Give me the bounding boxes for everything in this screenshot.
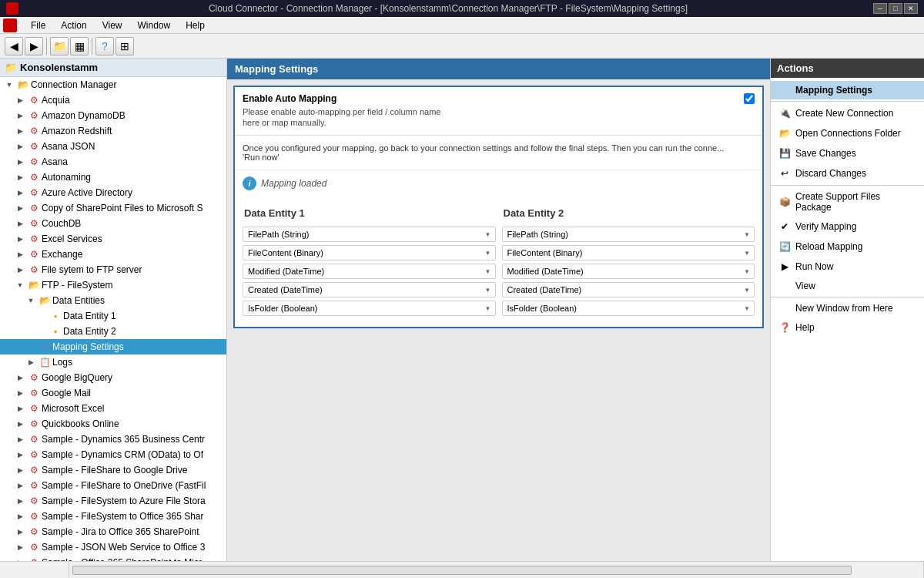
tree-item[interactable]: ▶📋Logs [0, 355, 226, 370]
tree-item[interactable]: ▶⚙CouchDB [0, 216, 226, 231]
left-field-select[interactable]: Modified (DateTime) [243, 264, 496, 279]
tree-item[interactable]: ▶⚙Sample - FileShare to OneDrive (FastFi… [0, 478, 226, 493]
action-item[interactable]: ✔Verify Mapping [771, 217, 924, 237]
expand-icon[interactable]: ▶ [14, 433, 26, 445]
expand-icon[interactable]: ▶ [25, 356, 37, 368]
action-item[interactable]: ❓Help [771, 318, 924, 338]
tree-item[interactable]: ▶⚙Quickbooks Online [0, 416, 226, 432]
tree-item[interactable]: ▶⚙Sample - Jira to Office 365 SharePoint [0, 524, 226, 539]
checkbox-area[interactable] [744, 93, 755, 104]
action-item[interactable]: View [771, 277, 924, 295]
tree-item[interactable]: ▶⚙Sample - FileSystem to Azure File Stor… [0, 493, 226, 509]
forward-button[interactable]: ▶ [25, 37, 43, 55]
tree-item[interactable]: ▶⚙Asana JSON [0, 139, 226, 154]
action-item[interactable]: 🔄Reload Mapping [771, 237, 924, 257]
action-item[interactable]: ↩Discard Changes [771, 163, 924, 183]
expand-icon[interactable]: ▶ [14, 464, 26, 476]
right-field-select[interactable]: FilePath (String) [502, 227, 755, 242]
action-item[interactable]: 📦Create Support Files Package [771, 187, 924, 217]
expand-icon[interactable]: ▼ [25, 294, 37, 307]
tree-item[interactable]: ▶⚙Sample - Dynamics 365 Business Centr [0, 432, 226, 447]
tree-item[interactable]: ▶⚙Sample - Dynamics CRM (OData) to Of [0, 447, 226, 462]
horizontal-scrollbar[interactable] [69, 562, 855, 578]
expand-icon[interactable]: ▶ [14, 140, 26, 153]
expand-icon[interactable]: ▶ [14, 94, 26, 106]
action-item[interactable]: 📂Open Connections Folder [771, 123, 924, 143]
tree-item[interactable]: ▼📂Data Entities [0, 293, 226, 308]
expand-icon[interactable]: ▶ [14, 187, 26, 199]
action-item[interactable]: 💾Save Changes [771, 143, 924, 163]
action-item[interactable]: ▶Run Now [771, 257, 924, 277]
expand-icon[interactable]: ▼ [14, 279, 26, 291]
expand-icon[interactable]: ▶ [14, 541, 26, 553]
tree-container[interactable]: ▼📂Connection Manager▶⚙Acquia▶⚙Amazon Dyn… [0, 77, 226, 561]
right-field-select[interactable]: FileContent (Binary) [502, 245, 755, 260]
tree-item[interactable]: ▼📂FTP - FileSystem [0, 277, 226, 293]
expand-icon[interactable]: ▶ [14, 125, 26, 137]
expand-icon[interactable]: ▶ [14, 371, 26, 384]
expand-icon[interactable] [35, 310, 48, 322]
expand-icon[interactable]: ▶ [14, 418, 26, 430]
tree-item[interactable]: ▶⚙Sample - FileShare to Google Drive [0, 462, 226, 478]
left-field-select[interactable]: FilePath (String) [243, 227, 496, 242]
tree-item[interactable]: ▶⚙Amazon Redshift [0, 123, 226, 139]
tree-item[interactable]: ▶⚙Acquia [0, 92, 226, 108]
expand-icon[interactable]: ▶ [14, 449, 26, 461]
expand-icon[interactable]: ▶ [14, 156, 26, 168]
expand-icon[interactable]: ▶ [14, 171, 26, 183]
tree-item[interactable]: ▶⚙Copy of SharePoint Files to Microsoft … [0, 200, 226, 216]
menu-action[interactable]: Action [53, 18, 94, 32]
tree-item[interactable]: ▶⚙Azure Active Directory [0, 185, 226, 200]
menu-file[interactable]: File [23, 18, 53, 32]
tree-item[interactable]: ▶⚙Sample - FileSystem to Office 365 Shar [0, 509, 226, 524]
tree-item[interactable]: ▪Data Entity 1 [0, 308, 226, 324]
grid-button[interactable]: ▦ [70, 37, 89, 55]
tree-item[interactable]: ▼📂Connection Manager [0, 77, 226, 92]
tree-item[interactable]: ▪Data Entity 2 [0, 324, 226, 339]
expand-icon[interactable]: ▶ [14, 109, 26, 122]
tree-item[interactable]: ▶⚙Google Mail [0, 385, 226, 401]
tree-item[interactable]: ⊞Mapping Settings [0, 339, 226, 355]
expand-icon[interactable]: ▶ [14, 495, 26, 507]
left-field-select[interactable]: IsFolder (Boolean) [243, 301, 496, 316]
expand-icon[interactable] [25, 341, 37, 353]
right-field-select[interactable]: Created (DateTime) [502, 282, 755, 297]
grid2-button[interactable]: ⊞ [116, 37, 134, 55]
expand-icon[interactable]: ▶ [14, 526, 26, 538]
right-field-select[interactable]: IsFolder (Boolean) [502, 301, 755, 316]
tree-item[interactable]: ▶⚙File sytem to FTP server [0, 262, 226, 277]
tree-item[interactable]: ▶⚙Sample - Office 365 SharePoint to Micr [0, 555, 226, 561]
menu-help[interactable]: Help [178, 18, 213, 32]
tree-item[interactable]: ▶⚙Amazon DynamoDB [0, 108, 226, 123]
tree-item[interactable]: ▶⚙Sample - JSON Web Service to Office 3 [0, 539, 226, 555]
action-item[interactable]: New Window from Here [771, 299, 924, 318]
expand-icon[interactable]: ▶ [14, 556, 26, 561]
scrollbar-track[interactable] [72, 566, 852, 575]
folder-button[interactable]: 📁 [50, 37, 69, 55]
close-button[interactable]: ✕ [904, 3, 918, 14]
minimize-button[interactable]: ─ [873, 3, 887, 14]
left-field-select[interactable]: Created (DateTime) [243, 282, 496, 297]
left-field-select[interactable]: FileContent (Binary) [243, 245, 496, 260]
tree-item[interactable]: ▶⚙Google BigQuery [0, 370, 226, 385]
action-item[interactable]: Mapping Settings [771, 81, 924, 99]
tree-item[interactable]: ▶⚙Microsoft Excel [0, 401, 226, 416]
tree-item[interactable]: ▶⚙Exchange [0, 247, 226, 262]
tree-item[interactable]: ▶⚙Excel Services [0, 231, 226, 247]
auto-map-checkbox[interactable] [744, 93, 755, 104]
expand-icon[interactable]: ▶ [14, 510, 26, 523]
help-button[interactable]: ? [95, 37, 114, 55]
expand-icon[interactable]: ▶ [14, 202, 26, 214]
expand-icon[interactable]: ▶ [14, 217, 26, 230]
expand-icon[interactable] [35, 325, 48, 338]
expand-icon[interactable]: ▶ [14, 264, 26, 276]
menu-view[interactable]: View [95, 18, 130, 32]
expand-icon[interactable]: ▶ [14, 387, 26, 399]
expand-icon[interactable]: ▶ [14, 479, 26, 492]
expand-icon[interactable]: ▶ [14, 233, 26, 245]
action-item[interactable]: 🔌Create New Connection [771, 103, 924, 123]
menu-window[interactable]: Window [130, 18, 179, 32]
tree-item[interactable]: ▶⚙Asana [0, 154, 226, 170]
back-button[interactable]: ◀ [5, 37, 23, 55]
tree-item[interactable]: ▶⚙Autonaming [0, 170, 226, 185]
